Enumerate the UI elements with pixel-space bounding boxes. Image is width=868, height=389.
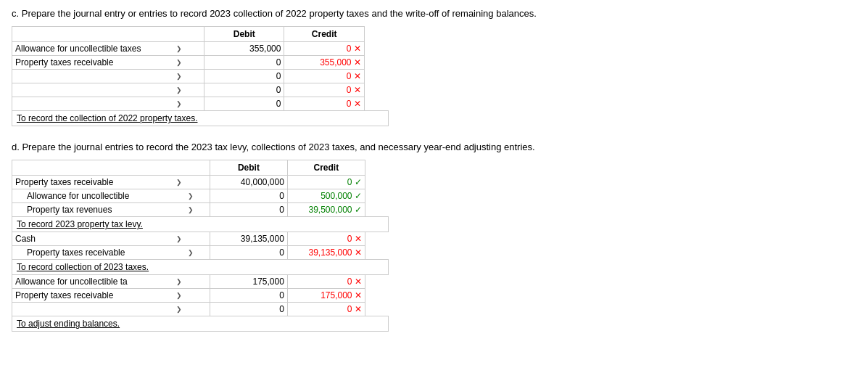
account-select[interactable]: [15, 304, 175, 314]
status-icon: 39,135,000 ✕: [308, 247, 361, 258]
status-icon: 175,000 ✕: [321, 290, 362, 300]
section-d-table: Debit Credit Property taxes receivable❯4…: [12, 160, 389, 332]
account-select[interactable]: Allowance for uncollectible: [27, 191, 186, 201]
account-cell[interactable]: ❯: [12, 70, 204, 83]
account-cell[interactable]: ❯: [12, 303, 210, 316]
account-select[interactable]: Property taxes receivable: [15, 177, 175, 187]
account-header-d: [12, 160, 210, 176]
section-d-title: d. Prepare the journal entries to record…: [12, 141, 856, 154]
credit-cell: 0 ✕: [284, 42, 364, 56]
credit-cell: 0 ✕: [287, 303, 365, 316]
account-header: [12, 27, 204, 42]
status-icon: 0 ✕: [347, 44, 361, 54]
account-select[interactable]: Property taxes receivable: [15, 57, 175, 67]
credit-cell: 39,135,000 ✕: [287, 246, 365, 260]
debit-header-d: Debit: [210, 160, 287, 176]
status-icon: 355,000 ✕: [320, 57, 361, 67]
debit-cell: 0: [204, 83, 284, 97]
status-icon: 39,500,000 ✓: [308, 205, 361, 215]
debit-cell: 0: [204, 97, 284, 111]
status-icon: 0 ✓: [347, 177, 362, 187]
debit-cell: 0: [210, 289, 287, 303]
account-select[interactable]: Property tax revenues: [27, 205, 186, 215]
note-row: To record collection of 2023 taxes.: [12, 260, 389, 275]
account-select[interactable]: [15, 99, 175, 109]
status-icon: 500,000 ✓: [321, 191, 362, 201]
debit-header: Debit: [204, 27, 284, 42]
debit-cell: 175,000: [210, 275, 287, 289]
debit-cell: 0: [210, 189, 287, 203]
account-cell[interactable]: Cash❯: [12, 232, 210, 246]
credit-header-d: Credit: [287, 160, 365, 176]
status-icon: 0 ✕: [347, 277, 362, 287]
account-select[interactable]: [15, 85, 175, 95]
account-cell[interactable]: Property taxes receivable❯: [12, 176, 210, 189]
account-select[interactable]: Property taxes receivable: [27, 247, 186, 258]
credit-cell: 0 ✕: [284, 97, 364, 111]
credit-cell: 0 ✕: [287, 232, 365, 246]
note-row: To adjust ending balances.: [12, 316, 389, 332]
credit-cell: 0 ✕: [284, 83, 364, 97]
account-cell[interactable]: Property taxes receivable❯: [12, 56, 204, 70]
account-cell[interactable]: Property taxes receivable❯: [12, 246, 210, 260]
note-row: To record the collection of 2022 propert…: [12, 111, 389, 126]
debit-cell: 0: [204, 70, 284, 83]
credit-cell: 0 ✓: [287, 176, 365, 189]
debit-cell: 39,135,000: [210, 232, 287, 246]
section-c: c. Prepare the journal entry or entries …: [12, 7, 856, 126]
account-select[interactable]: Allowance for uncollectible ta: [15, 277, 175, 287]
account-cell[interactable]: Property taxes receivable❯: [12, 289, 210, 303]
section-c-title: c. Prepare the journal entry or entries …: [12, 7, 856, 20]
debit-cell: 0: [210, 246, 287, 260]
account-select[interactable]: Cash: [15, 234, 175, 244]
credit-header: Credit: [284, 27, 364, 42]
debit-cell: 355,000: [204, 42, 284, 56]
status-icon: 0 ✕: [347, 234, 362, 244]
account-select[interactable]: Property taxes receivable: [15, 290, 175, 300]
account-cell[interactable]: Allowance for uncollectible taxes❯: [12, 42, 204, 56]
section-c-table: Debit Credit Allowance for uncollectible…: [12, 26, 389, 126]
credit-cell: 500,000 ✓: [287, 189, 365, 203]
credit-cell: 175,000 ✕: [287, 289, 365, 303]
debit-cell: 0: [210, 203, 287, 217]
credit-cell: 0 ✕: [287, 275, 365, 289]
credit-cell: 355,000 ✕: [284, 56, 364, 70]
account-cell[interactable]: Property tax revenues❯: [12, 203, 210, 217]
debit-cell: 0: [210, 303, 287, 316]
account-select[interactable]: [15, 71, 175, 81]
note-row: To record 2023 property tax levy.: [12, 217, 389, 232]
account-select[interactable]: Allowance for uncollectible taxes: [15, 44, 175, 54]
section-d: d. Prepare the journal entries to record…: [12, 141, 856, 332]
status-icon: 0 ✕: [347, 304, 362, 314]
credit-cell: 0 ✕: [284, 70, 364, 83]
account-cell[interactable]: ❯: [12, 97, 204, 111]
status-icon: 0 ✕: [347, 85, 361, 95]
status-icon: 0 ✕: [347, 99, 361, 109]
account-cell[interactable]: Allowance for uncollectible ta❯: [12, 275, 210, 289]
status-icon: 0 ✕: [347, 71, 361, 81]
debit-cell: 40,000,000: [210, 176, 287, 189]
debit-cell: 0: [204, 56, 284, 70]
account-cell[interactable]: ❯: [12, 83, 204, 97]
account-cell[interactable]: Allowance for uncollectible❯: [12, 189, 210, 203]
credit-cell: 39,500,000 ✓: [287, 203, 365, 217]
